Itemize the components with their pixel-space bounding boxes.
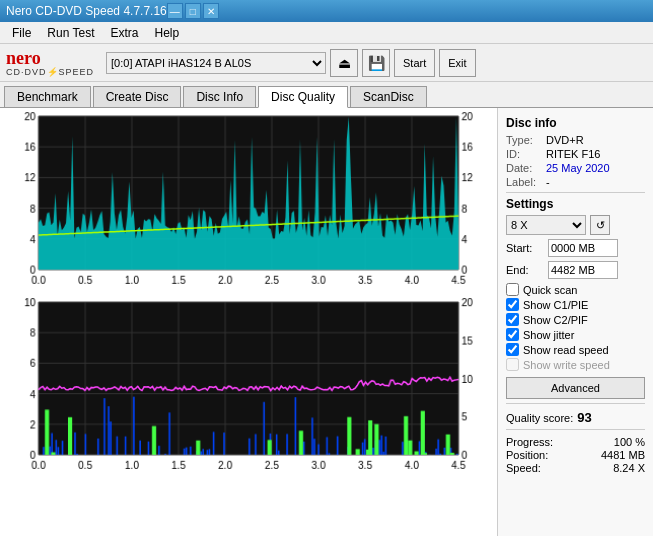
menu-help[interactable]: Help <box>147 24 188 42</box>
label-value: - <box>546 176 550 188</box>
menu-bar: File Run Test Extra Help <box>0 22 653 44</box>
pif-chart <box>0 294 497 480</box>
advanced-button[interactable]: Advanced <box>506 377 645 399</box>
show-c1-pie-label: Show C1/PIE <box>523 299 588 311</box>
label-label: Label: <box>506 176 546 188</box>
show-write-speed-checkbox[interactable] <box>506 358 519 371</box>
info-panel: Disc info Type: DVD+R ID: RITEK F16 Date… <box>498 108 653 536</box>
date-value: 25 May 2020 <box>546 162 610 174</box>
title-bar: Nero CD-DVD Speed 4.7.7.16 — □ ✕ <box>0 0 653 22</box>
show-jitter-label: Show jitter <box>523 329 574 341</box>
speed-selector[interactable]: 8 X 4 X 12 X 16 X <box>506 215 586 235</box>
type-value: DVD+R <box>546 134 584 146</box>
tab-create-disc[interactable]: Create Disc <box>93 86 182 107</box>
minimize-button[interactable]: — <box>167 3 183 19</box>
show-read-speed-label: Show read speed <box>523 344 609 356</box>
nero-logo-sub: CD·DVD⚡SPEED <box>6 67 94 77</box>
start-input[interactable] <box>548 239 618 257</box>
maximize-button[interactable]: □ <box>185 3 201 19</box>
progress-section: Progress: 100 % Position: 4481 MB Speed:… <box>506 436 645 474</box>
menu-extra[interactable]: Extra <box>102 24 146 42</box>
eject-icon[interactable]: ⏏ <box>330 49 358 77</box>
progress-value: 100 % <box>614 436 645 448</box>
show-c1-pie-checkbox[interactable] <box>506 298 519 311</box>
nero-logo: nero CD·DVD⚡SPEED <box>6 49 94 77</box>
show-c2-pif-label: Show C2/PIF <box>523 314 588 326</box>
id-value: RITEK F16 <box>546 148 600 160</box>
tab-benchmark[interactable]: Benchmark <box>4 86 91 107</box>
refresh-icon[interactable]: ↺ <box>590 215 610 235</box>
show-read-speed-checkbox[interactable] <box>506 343 519 356</box>
tab-disc-quality[interactable]: Disc Quality <box>258 86 348 108</box>
menu-run-test[interactable]: Run Test <box>39 24 102 42</box>
nero-logo-text: nero <box>6 49 41 67</box>
type-label: Type: <box>506 134 546 146</box>
position-value: 4481 MB <box>601 449 645 461</box>
settings-title: Settings <box>506 197 645 211</box>
quick-scan-checkbox[interactable] <box>506 283 519 296</box>
disc-info-title: Disc info <box>506 116 645 130</box>
toolbar: nero CD·DVD⚡SPEED [0:0] ATAPI iHAS124 B … <box>0 44 653 82</box>
show-c2-pif-checkbox[interactable] <box>506 313 519 326</box>
start-label: Start: <box>506 242 544 254</box>
end-label: End: <box>506 264 544 276</box>
date-label: Date: <box>506 162 546 174</box>
tab-scan-disc[interactable]: ScanDisc <box>350 86 427 107</box>
pie-chart <box>0 108 497 294</box>
speed-label: Speed: <box>506 462 541 474</box>
id-label: ID: <box>506 148 546 160</box>
progress-label: Progress: <box>506 436 553 448</box>
speed-value: 8.24 X <box>613 462 645 474</box>
quality-score-label: Quality score: <box>506 412 573 424</box>
show-jitter-checkbox[interactable] <box>506 328 519 341</box>
end-input[interactable] <box>548 261 618 279</box>
quality-score-value: 93 <box>577 410 591 425</box>
show-write-speed-label: Show write speed <box>523 359 610 371</box>
quick-scan-label: Quick scan <box>523 284 577 296</box>
exit-button[interactable]: Exit <box>439 49 475 77</box>
close-button[interactable]: ✕ <box>203 3 219 19</box>
menu-file[interactable]: File <box>4 24 39 42</box>
tab-bar: Benchmark Create Disc Disc Info Disc Qua… <box>0 82 653 108</box>
charts-area <box>0 108 498 536</box>
drive-selector[interactable]: [0:0] ATAPI iHAS124 B AL0S <box>106 52 326 74</box>
content-area: Disc info Type: DVD+R ID: RITEK F16 Date… <box>0 108 653 536</box>
tab-disc-info[interactable]: Disc Info <box>183 86 256 107</box>
position-label: Position: <box>506 449 548 461</box>
app-title: Nero CD-DVD Speed 4.7.7.16 <box>6 4 167 18</box>
save-icon[interactable]: 💾 <box>362 49 390 77</box>
start-button[interactable]: Start <box>394 49 435 77</box>
